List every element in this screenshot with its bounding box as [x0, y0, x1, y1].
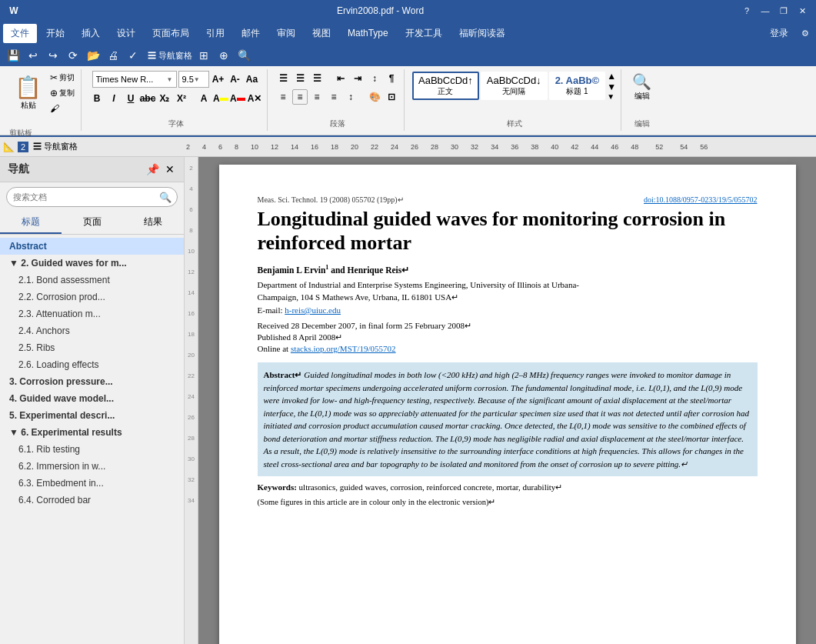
nav-item-6[interactable]: ▼ 6. Experimental results — [0, 424, 184, 441]
shading-btn[interactable]: 🎨 — [367, 89, 382, 105]
menu-insert[interactable]: 插入 — [74, 24, 108, 43]
italic-button[interactable]: I — [106, 91, 122, 106]
superscript-button[interactable]: X² — [174, 91, 189, 106]
style-heading1[interactable]: 2. AaBb© 标题 1 — [549, 72, 606, 100]
underline-button[interactable]: U — [123, 91, 138, 106]
online-link[interactable]: stacks.iop.org/MST/19/055702 — [291, 344, 396, 353]
clear-format-btn[interactable]: A✕ — [247, 91, 262, 106]
text-effect-btn[interactable]: A — [196, 91, 211, 106]
document-area[interactable]: 2 4 6 8 10 12 14 16 18 20 22 24 26 28 30… — [185, 157, 816, 644]
subscript-button[interactable]: X₂ — [157, 91, 172, 106]
redo-quick-btn[interactable]: ↪ — [45, 47, 62, 64]
nav-item-4[interactable]: 4. Guided wave model... — [0, 390, 184, 407]
border-btn[interactable]: ⊡ — [384, 89, 399, 105]
menu-design[interactable]: 设计 — [109, 24, 143, 43]
nav-item-guided-waves[interactable]: ▼ 2. Guided waves for m... — [0, 255, 184, 272]
align-center-btn[interactable]: ≡ — [292, 89, 308, 105]
nav-toggle-btn[interactable]: ☰ 导航窗格 — [33, 141, 78, 152]
show-para-btn[interactable]: ¶ — [384, 71, 399, 86]
nav-item-6-2[interactable]: 6.2. Immersion in w... — [0, 458, 184, 475]
increase-font-btn[interactable]: A+ — [211, 72, 226, 87]
strikethrough-button[interactable]: abc — [140, 91, 155, 106]
nav-item-2-5[interactable]: 2.5. Ribs — [0, 339, 184, 356]
bold-button[interactable]: B — [89, 91, 105, 106]
font-color-btn[interactable]: A — [230, 91, 245, 106]
nav-pin-btn[interactable]: 📌 — [145, 162, 161, 177]
font-size-box[interactable]: 9.5 ▼ — [178, 71, 209, 88]
font-name-arrow[interactable]: ▼ — [167, 76, 173, 83]
zoom-quick-btn[interactable]: 🔍 — [235, 47, 252, 64]
menu-file[interactable]: 文件 — [3, 24, 37, 43]
align-right-btn[interactable]: ≡ — [309, 89, 325, 105]
nav-item-2-1[interactable]: 2.1. Bond assessment — [0, 272, 184, 289]
style-scroll[interactable]: ▲ ▼ ▼ — [607, 71, 616, 101]
style-expand-btn[interactable]: ▼ — [607, 92, 616, 101]
minimize-button[interactable]: — — [758, 3, 773, 18]
refresh-quick-btn[interactable]: ⟳ — [65, 47, 82, 64]
menu-review[interactable]: 审阅 — [269, 24, 303, 43]
restore-button[interactable]: ❐ — [776, 3, 791, 18]
nav-item-5[interactable]: 5. Experimental descri... — [0, 407, 184, 424]
table-quick-btn[interactable]: ⊞ — [195, 47, 212, 64]
help-button[interactable]: ? — [739, 3, 754, 18]
justify-btn[interactable]: ≡ — [326, 89, 341, 105]
print-preview-quick-btn[interactable]: 🖨 — [105, 47, 122, 64]
increase-indent-btn[interactable]: ⇥ — [350, 71, 365, 86]
font-name-box[interactable]: Times New R... ▼ — [92, 71, 177, 88]
nav-toggle-label[interactable]: ☰ 导航窗格 — [148, 50, 192, 62]
style-up-btn[interactable]: ▲ — [607, 71, 616, 82]
menu-mathtype[interactable]: MathType — [340, 25, 396, 42]
nav-search-input[interactable] — [6, 187, 178, 207]
menu-foxit[interactable]: 福昕阅读器 — [451, 24, 513, 43]
nav-tab-results[interactable]: 结果 — [122, 212, 184, 234]
menu-page-layout[interactable]: 页面布局 — [145, 24, 197, 43]
insert-quick-btn[interactable]: ⊕ — [215, 47, 232, 64]
edit-button[interactable]: 🔍 编辑 — [629, 71, 654, 103]
copy-button[interactable]: ⊕ 复制 — [48, 86, 76, 100]
nav-item-abstract[interactable]: Abstract — [0, 238, 184, 255]
change-case-btn[interactable]: Aa — [245, 72, 260, 87]
style-no-spacing[interactable]: AaBbCcDd↓ 无间隔 — [481, 72, 548, 100]
font-size-arrow[interactable]: ▼ — [194, 76, 200, 83]
nav-item-3[interactable]: 3. Corrosion pressure... — [0, 373, 184, 390]
style-down-btn[interactable]: ▼ — [607, 82, 616, 92]
menu-references[interactable]: 引用 — [198, 24, 232, 43]
sort-btn[interactable]: ↕ — [367, 71, 382, 86]
align-left-btn[interactable]: ≡ — [275, 89, 291, 105]
login-button[interactable]: 登录 — [762, 24, 796, 43]
email-link[interactable]: h-reis@uiuc.edu — [285, 305, 341, 315]
nav-tab-headings[interactable]: 标题 — [0, 212, 62, 234]
nav-item-6-4[interactable]: 6.4. Corroded bar — [0, 492, 184, 509]
line-spacing-btn[interactable]: ↕ — [343, 89, 358, 105]
bullets-btn[interactable]: ☰ — [275, 71, 291, 86]
menu-mailings[interactable]: 邮件 — [234, 24, 268, 43]
nav-tab-pages[interactable]: 页面 — [62, 212, 123, 234]
undo-quick-btn[interactable]: ↩ — [25, 47, 42, 64]
format-painter-button[interactable]: 🖌 — [48, 102, 76, 115]
checkmark-quick-btn[interactable]: ✓ — [125, 47, 142, 64]
document-page[interactable]: Meas. Sci. Technol. 19 (2008) 055702 (19… — [219, 165, 796, 644]
decrease-indent-btn[interactable]: ⇤ — [333, 71, 348, 86]
menu-home[interactable]: 开始 — [38, 24, 72, 43]
cut-button[interactable]: ✂ 剪切 — [48, 71, 76, 85]
menu-view[interactable]: 视图 — [305, 24, 338, 43]
doc-doi-link[interactable]: doi:10.1088/0957-0233/19/5/055702 — [644, 195, 758, 204]
close-button[interactable]: ✕ — [794, 3, 810, 18]
highlight-btn[interactable]: A — [213, 91, 228, 106]
nav-item-2-6[interactable]: 2.6. Loading effects — [0, 356, 184, 373]
paste-button[interactable]: 📋 粘贴 — [9, 71, 47, 115]
multilevel-btn[interactable]: ☰ — [309, 71, 325, 86]
nav-item-2-3[interactable]: 2.3. Attenuation m... — [0, 305, 184, 322]
nav-item-6-1[interactable]: 6.1. Rib testing — [0, 441, 184, 458]
nav-item-6-3[interactable]: 6.3. Embedment in... — [0, 475, 184, 492]
menu-developer[interactable]: 开发工具 — [398, 24, 450, 43]
decrease-font-btn[interactable]: A- — [228, 72, 243, 87]
style-normal[interactable]: AaBbCcDd↑ 正文 — [412, 72, 479, 100]
open-quick-btn[interactable]: 📂 — [85, 47, 102, 64]
numbering-btn[interactable]: ☰ — [292, 71, 308, 86]
nav-item-2-2[interactable]: 2.2. Corrosion prod... — [0, 289, 184, 305]
nav-close-btn[interactable]: ✕ — [164, 162, 176, 177]
options-icon[interactable]: ⚙ — [798, 25, 813, 41]
nav-item-2-4[interactable]: 2.4. Anchors — [0, 322, 184, 339]
save-quick-btn[interactable]: 💾 — [5, 47, 22, 64]
